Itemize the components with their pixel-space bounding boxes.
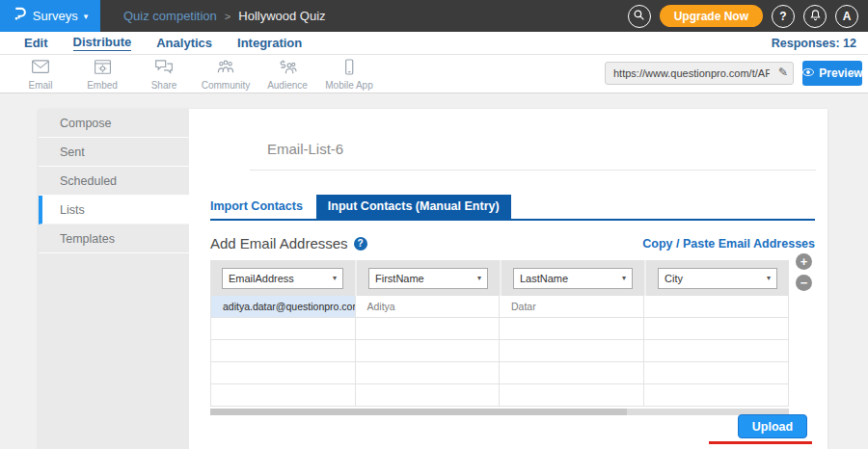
cell-lastname[interactable]: Datar <box>500 296 644 317</box>
cell-email[interactable] <box>211 318 356 339</box>
scrollbar-thumb[interactable] <box>210 409 627 415</box>
list-detail-area: Email-List-6 Import Contacts Input Conta… <box>189 109 827 449</box>
cell-lastname[interactable] <box>500 384 644 406</box>
eye-icon <box>801 66 815 81</box>
table-row <box>211 340 788 362</box>
sidebar-item-scheduled[interactable]: Scheduled <box>39 167 189 196</box>
product-label: Surveys <box>33 9 78 23</box>
help-icon[interactable]: ? <box>354 237 367 251</box>
breadcrumb-parent[interactable]: Quiz competition <box>123 9 217 23</box>
cell-firstname[interactable] <box>356 340 501 361</box>
search-button[interactable] <box>628 5 651 28</box>
section-title: Add Email Addresses <box>210 235 348 251</box>
toolbar-item-share[interactable]: Share <box>133 59 195 91</box>
column-select-lastname[interactable]: LastName ▾ <box>513 268 633 289</box>
tab-input-contacts-manual[interactable]: Input Contacts (Manual Entry) <box>316 195 511 219</box>
distribute-toolbar: Email Embed Share Community Audience Mob… <box>0 55 868 93</box>
sidebar-item-compose[interactable]: Compose <box>39 109 189 138</box>
cell-city[interactable] <box>644 362 789 383</box>
questionpro-logo-icon <box>13 6 27 26</box>
cell-lastname[interactable] <box>500 318 644 339</box>
chevron-down-icon: ▾ <box>84 12 89 21</box>
toolbar-item-mobile-app[interactable]: Mobile App <box>318 59 380 91</box>
audience-icon <box>278 59 297 79</box>
mobile-app-icon <box>339 59 359 79</box>
preview-button[interactable]: Preview <box>802 61 862 86</box>
cell-lastname[interactable] <box>500 362 644 383</box>
survey-navbar: Edit Distribute Analytics Integration Re… <box>0 32 868 55</box>
cell-firstname[interactable] <box>356 362 501 383</box>
select-arrow-icon: ▾ <box>477 274 481 282</box>
nav-tab-integration[interactable]: Integration <box>237 36 302 50</box>
table-row <box>211 362 788 384</box>
column-select-firstname[interactable]: FirstName ▾ <box>368 268 488 289</box>
upgrade-button[interactable]: Upgrade Now <box>660 5 763 27</box>
cell-city[interactable] <box>644 384 789 406</box>
surveys-menu[interactable]: Surveys ▾ <box>0 0 100 32</box>
table-row <box>211 384 788 406</box>
cell-city[interactable] <box>644 318 789 339</box>
red-underline-annotation <box>709 441 812 444</box>
contacts-tabs: Import Contacts Input Contacts (Manual E… <box>210 195 815 221</box>
add-email-header-row: Add Email Addresses ? Copy / Paste Email… <box>210 235 815 251</box>
select-arrow-icon: ▾ <box>333 274 337 282</box>
contacts-table: EmailAddress ▾ FirstName ▾ LastName ▾ <box>210 260 789 415</box>
cell-email[interactable] <box>211 362 356 383</box>
table-row: aditya.datar@questionpro.com Aditya Data… <box>211 296 788 318</box>
contacts-table-header: EmailAddress ▾ FirstName ▾ LastName ▾ <box>210 260 789 296</box>
breadcrumb-current: Hollywood Quiz <box>238 9 325 23</box>
column-select-email[interactable]: EmailAddress ▾ <box>222 268 343 289</box>
toolbar-item-embed[interactable]: Embed <box>71 59 133 91</box>
table-row <box>211 318 788 340</box>
email-icon <box>31 59 50 79</box>
cell-firstname[interactable] <box>356 384 501 406</box>
toolbar-item-community[interactable]: Community <box>195 59 257 91</box>
topbar: Surveys ▾ Quiz competition > Hollywood Q… <box>0 0 868 32</box>
nav-tab-distribute[interactable]: Distribute <box>73 35 132 51</box>
cell-firstname[interactable]: Aditya <box>356 296 501 317</box>
nav-tab-analytics[interactable]: Analytics <box>156 36 212 50</box>
survey-url-input[interactable] <box>605 62 794 85</box>
share-icon <box>154 59 174 79</box>
bell-icon <box>809 9 822 24</box>
tab-import-contacts[interactable]: Import Contacts <box>210 195 316 219</box>
horizontal-scrollbar[interactable] <box>210 409 789 415</box>
email-sidebar: Compose Sent Scheduled Lists Templates <box>39 109 189 449</box>
responses-count[interactable]: Responses: 12 <box>772 37 856 50</box>
cell-email[interactable] <box>211 340 356 361</box>
list-title: Email-List-6 <box>267 141 827 157</box>
breadcrumb: Quiz competition > Hollywood Quiz <box>123 9 326 23</box>
sidebar-item-sent[interactable]: Sent <box>39 138 189 167</box>
add-row-button[interactable]: + <box>796 253 812 270</box>
select-arrow-icon: ▾ <box>622 274 626 282</box>
toolbar-item-email[interactable]: Email <box>10 59 71 91</box>
title-divider <box>250 170 816 171</box>
topbar-actions: Upgrade Now ? A <box>628 5 868 28</box>
sidebar-item-lists[interactable]: Lists <box>39 196 189 224</box>
copy-paste-link[interactable]: Copy / Paste Email Addresses <box>642 237 815 251</box>
notifications-button[interactable] <box>803 5 827 28</box>
help-button[interactable]: ? <box>772 5 795 28</box>
upload-button[interactable]: Upload <box>738 414 807 438</box>
cell-lastname[interactable] <box>500 340 644 361</box>
column-select-city[interactable]: City ▾ <box>658 268 777 289</box>
contacts-table-body: aditya.datar@questionpro.com Aditya Data… <box>210 296 789 407</box>
avatar[interactable]: A <box>835 5 858 28</box>
toolbar-item-audience[interactable]: Audience <box>257 59 318 91</box>
nav-tab-edit[interactable]: Edit <box>24 36 48 50</box>
search-icon <box>633 9 645 24</box>
email-lists-panel: Compose Sent Scheduled Lists Templates E… <box>39 109 827 449</box>
breadcrumb-separator: > <box>225 11 231 22</box>
cell-firstname[interactable] <box>356 318 501 339</box>
select-arrow-icon: ▾ <box>767 274 771 282</box>
community-icon <box>216 59 235 79</box>
edit-url-pencil-icon[interactable]: ✎ <box>778 66 788 79</box>
sidebar-item-templates[interactable]: Templates <box>39 224 189 253</box>
remove-row-button[interactable]: − <box>796 275 812 291</box>
embed-icon <box>94 59 112 79</box>
survey-url-group: ✎ <box>605 62 794 85</box>
cell-email[interactable]: aditya.datar@questionpro.com <box>211 296 356 317</box>
cell-city[interactable] <box>644 340 789 361</box>
cell-email[interactable] <box>211 384 356 406</box>
cell-city[interactable] <box>644 296 789 317</box>
